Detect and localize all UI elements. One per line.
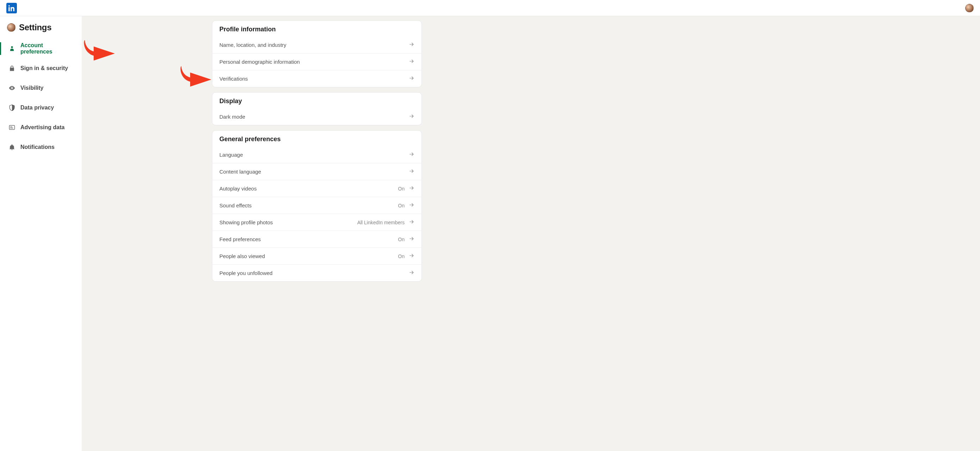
linkedin-icon [8,5,15,11]
sidebar-item-sign-in-security[interactable]: Sign in & security [0,59,82,78]
row-dark-mode[interactable]: Dark mode [212,108,422,125]
sidebar-item-label: Data privacy [21,105,54,111]
svg-rect-3 [10,127,12,127]
row-label: Content language [220,168,409,175]
main-content: Profile information Name, location, and … [82,16,980,451]
chevron-right-icon [409,75,414,82]
profile-avatar-menu[interactable] [965,4,974,12]
annotation-arrow-left [83,37,118,63]
card-title: General preferences [212,130,422,146]
row-value: On [398,186,405,192]
svg-point-0 [11,46,13,48]
row-feed-preferences[interactable]: Feed preferences On [212,230,422,248]
chevron-right-icon [409,236,414,243]
chevron-right-icon [409,219,414,226]
row-label: Language [220,152,409,158]
row-value: On [398,237,405,242]
sidebar-item-advertising-data[interactable]: Advertising data [0,118,82,137]
chevron-right-icon [409,113,414,120]
row-content-language[interactable]: Content language [212,163,422,180]
svg-rect-2 [10,125,15,130]
chevron-right-icon [409,168,414,175]
chevron-right-icon [409,59,414,65]
bell-icon [8,144,16,151]
row-language[interactable]: Language [212,146,422,163]
annotation-arrow-right [180,63,215,89]
sidebar-item-data-privacy[interactable]: Data privacy [0,98,82,118]
settings-header: Settings [0,22,82,39]
profile-avatar [7,23,16,32]
row-label: Sound effects [220,202,398,208]
sidebar-item-notifications[interactable]: Notifications [0,137,82,157]
row-showing-profile-photos[interactable]: Showing profile photos All LinkedIn memb… [212,214,422,230]
svg-point-1 [11,87,12,88]
chevron-right-icon [409,41,414,48]
row-value: All LinkedIn members [357,220,405,226]
shield-icon [8,104,16,111]
svg-rect-4 [10,128,13,129]
display-card: Display Dark mode [212,92,422,125]
profile-information-card: Profile information Name, location, and … [212,21,422,87]
row-label: Feed preferences [220,236,398,242]
lock-icon [8,65,16,72]
chevron-right-icon [409,185,414,192]
row-label: Verifications [220,76,409,82]
linkedin-logo[interactable] [6,3,17,13]
sidebar-item-account-preferences[interactable]: Account preferences [0,39,82,59]
row-label: People you unfollowed [220,270,409,276]
row-verifications[interactable]: Verifications [212,70,422,87]
chevron-right-icon [409,202,414,209]
sidebar-item-label: Advertising data [21,124,64,130]
row-label: Personal demographic information [220,59,409,65]
topbar [0,0,980,16]
row-label: People also viewed [220,253,398,259]
row-name-location-industry[interactable]: Name, location, and industry [212,37,422,53]
eye-icon [8,84,16,92]
sidebar-item-label: Visibility [21,85,44,91]
row-people-you-unfollowed[interactable]: People you unfollowed [212,264,422,281]
chevron-right-icon [409,270,414,276]
row-value: On [398,254,405,259]
card-title: Profile information [212,21,422,37]
chevron-right-icon [409,151,414,158]
settings-sidebar: Settings Account preferences Sign in & s… [0,16,82,451]
general-preferences-card: General preferences Language Content lan… [212,130,422,282]
card-title: Display [212,92,422,108]
sidebar-item-label: Notifications [21,144,54,150]
sidebar-item-label: Account preferences [21,42,75,55]
row-label: Dark mode [220,114,409,120]
sidebar-item-label: Sign in & security [21,65,68,71]
row-personal-demographic[interactable]: Personal demographic information [212,53,422,70]
page-title: Settings [19,22,51,32]
row-autoplay-videos[interactable]: Autoplay videos On [212,180,422,197]
chevron-right-icon [409,253,414,259]
row-people-also-viewed[interactable]: People also viewed On [212,248,422,264]
row-label: Autoplay videos [220,186,398,192]
row-value: On [398,203,405,208]
settings-nav: Account preferences Sign in & security V… [0,39,82,157]
row-label: Name, location, and industry [220,42,409,48]
sidebar-item-visibility[interactable]: Visibility [0,78,82,98]
row-sound-effects[interactable]: Sound effects On [212,197,422,214]
row-label: Showing profile photos [220,219,357,226]
ad-icon [8,124,16,131]
person-icon [8,45,16,52]
